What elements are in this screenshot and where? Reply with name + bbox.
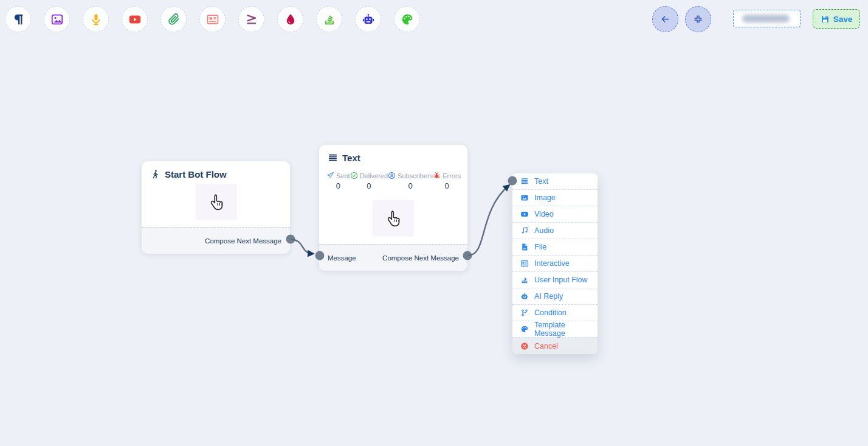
flow-title-input[interactable]: [733, 10, 801, 27]
compress-icon: [693, 14, 703, 24]
toolbar-button-interactive[interactable]: [199, 6, 226, 32]
user-circle-icon: [388, 172, 396, 179]
menu-item-text[interactable]: Text: [512, 173, 598, 190]
menu-item-audio[interactable]: Audio: [512, 223, 598, 239]
menu-item-image-label: Image: [534, 193, 556, 202]
edge-start-to-text: [291, 239, 314, 254]
music-note-icon: [520, 226, 529, 235]
menu-item-ai-reply-label: AI Reply: [534, 292, 563, 301]
node-text-title: Text: [342, 153, 360, 163]
menu-item-ai-reply[interactable]: AI Reply: [512, 288, 598, 305]
toolbar-button-video[interactable]: [122, 6, 148, 32]
menu-item-condition[interactable]: Condition: [512, 305, 598, 321]
toolbar-button-user-input-flow[interactable]: [316, 6, 342, 32]
robot-icon: [520, 292, 529, 301]
node-start-header: Start Bot Flow: [142, 161, 290, 179]
menu-item-video[interactable]: Video: [512, 206, 598, 223]
stat-delivered-value: 0: [367, 181, 371, 190]
save-button[interactable]: Save: [813, 9, 860, 29]
palette-icon: [520, 325, 529, 333]
menu-item-user-input-flow-label: User Input Flow: [534, 276, 588, 284]
palette-icon: [401, 13, 414, 26]
newspaper-icon: [520, 259, 529, 268]
toolbar-button-ai-reply[interactable]: [355, 6, 381, 32]
x-circle-icon: [520, 342, 529, 350]
image-icon: [50, 13, 64, 26]
stat-errors: Errors 0: [433, 172, 461, 190]
stat-errors-value: 0: [445, 181, 449, 190]
droplet-icon: [284, 13, 297, 26]
menu-item-condition-label: Condition: [534, 308, 567, 317]
node-start-output-label[interactable]: Compose Next Message: [205, 237, 281, 245]
toolbar-button-text[interactable]: [5, 6, 31, 32]
menu-item-file[interactable]: File: [512, 239, 598, 256]
text-lines-icon: [328, 153, 338, 163]
stat-errors-label: Errors: [443, 172, 461, 179]
menu-item-interactive-label: Interactive: [534, 259, 570, 268]
stat-sent-label: Sent: [336, 172, 350, 179]
pilcrow-icon: [12, 13, 25, 26]
hand-pointer-icon: [207, 192, 227, 212]
bug-icon: [433, 172, 441, 179]
node-start-bot-flow[interactable]: Start Bot Flow Compose Next Message: [142, 161, 290, 254]
stat-subscribers-value: 0: [408, 181, 413, 190]
toolbar-button-condition[interactable]: [238, 6, 264, 32]
node-start-drag-area[interactable]: [196, 184, 237, 220]
node-text-output-label[interactable]: Compose Next Message: [382, 254, 459, 262]
check-circle-icon: [350, 172, 358, 179]
code-branch-icon: [520, 308, 529, 317]
back-button[interactable]: [652, 6, 678, 32]
menu-item-cancel-label: Cancel: [534, 342, 558, 350]
paperclip-icon: [167, 13, 181, 26]
node-text-footer: Message Compose Next Message: [319, 244, 467, 271]
node-text-input-label[interactable]: Message: [328, 254, 356, 262]
stat-subscribers: Subscribers 0: [388, 172, 433, 190]
stack-icon: [323, 13, 336, 26]
menu-item-cancel[interactable]: Cancel: [512, 338, 598, 354]
stat-delivered: Delivered 0: [350, 172, 388, 190]
fit-view-button[interactable]: [685, 6, 711, 32]
toolbar-button-file[interactable]: [160, 6, 187, 32]
paper-plane-icon: [326, 172, 334, 179]
stat-sent: Sent 0: [326, 172, 350, 190]
menu-item-image[interactable]: Image: [512, 190, 598, 206]
menu-item-interactive[interactable]: Interactive: [512, 256, 598, 272]
menu-item-video-label: Video: [534, 210, 554, 218]
robot-icon: [362, 13, 375, 26]
menu-item-template-message[interactable]: Template Message: [512, 321, 598, 338]
save-button-label: Save: [833, 15, 853, 24]
node-type-context-menu: Text Image Video Audio File Interactive …: [512, 173, 598, 354]
node-text-header: Text: [319, 145, 467, 163]
toolbar-button-template-message[interactable]: [394, 6, 420, 32]
youtube-play-icon: [128, 13, 142, 26]
menu-item-user-input-flow[interactable]: User Input Flow: [512, 272, 598, 288]
microphone-icon: [89, 13, 103, 26]
element-toolbar: [5, 6, 420, 32]
node-text[interactable]: Text Sent 0 Delivered 0 Subscribers 0 Er…: [319, 145, 467, 271]
text-lines-icon: [520, 177, 529, 186]
node-start-footer: Compose Next Message: [142, 227, 290, 254]
stat-subscribers-label: Subscribers: [398, 172, 433, 179]
stat-sent-value: 0: [336, 181, 340, 190]
toolbar-button-audio[interactable]: [83, 6, 109, 32]
menu-item-text-label: Text: [534, 177, 548, 186]
toolbar-button-droplet[interactable]: [277, 6, 303, 32]
image-icon: [520, 193, 529, 202]
node-text-stats: Sent 0 Delivered 0 Subscribers 0 Errors …: [319, 163, 467, 190]
stack-icon: [520, 276, 529, 284]
stat-delivered-label: Delivered: [360, 172, 388, 179]
node-start-title: Start Bot Flow: [165, 169, 227, 179]
save-icon: [821, 15, 830, 24]
menu-item-template-message-label: Template Message: [534, 321, 598, 338]
menu-item-file-label: File: [534, 243, 546, 251]
blurred-title-text: [742, 15, 790, 23]
menu-item-audio-label: Audio: [534, 226, 554, 235]
newspaper-icon: [206, 13, 219, 26]
file-icon: [520, 243, 529, 251]
greater-equal-icon: [245, 13, 258, 26]
hand-pointer-icon: [384, 209, 404, 229]
walking-person-icon: [150, 169, 160, 179]
node-text-drag-area[interactable]: [373, 200, 414, 237]
arrow-left-icon: [660, 14, 670, 24]
toolbar-button-image[interactable]: [44, 6, 70, 32]
